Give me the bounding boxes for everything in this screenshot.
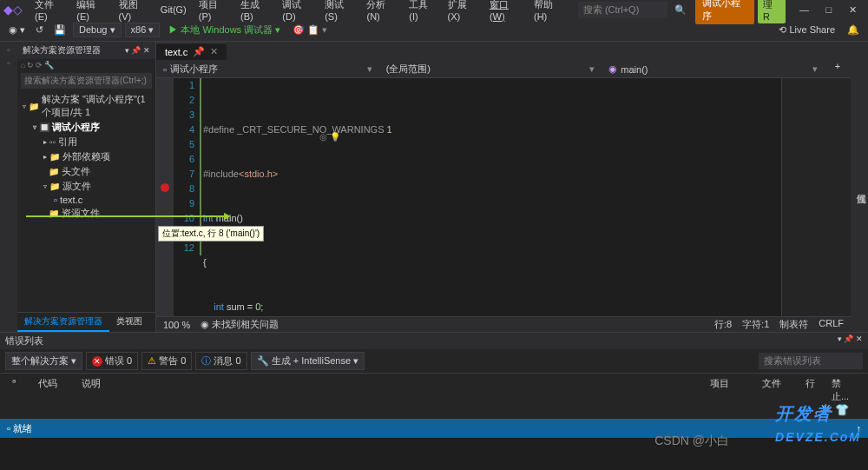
cursor-line: 行:8 <box>714 318 732 331</box>
menu-debug[interactable]: 调试(D) <box>277 0 318 23</box>
menu-git[interactable]: Git(G) <box>155 3 192 17</box>
tool-icon[interactable]: 🔧 <box>44 61 54 70</box>
breakpoint-marker[interactable] <box>161 183 169 192</box>
explorer-toolbar: ⌂ ↻ ⟳ 🔧 <box>17 59 155 71</box>
watermark: 开发者DEVZE.CoM <box>775 402 861 446</box>
issues-status: ◉ 未找到相关问题 <box>201 318 279 331</box>
notifs-icon[interactable]: 🔔 <box>844 23 863 37</box>
solution-explorer: 解决方案资源管理器 ▾ 📌 ✕ ⌂ ↻ ⟳ 🔧 搜索解决方案资源管理器(Ctrl… <box>17 42 156 332</box>
error-list-title: 错误列表 <box>5 334 43 348</box>
tab-solution-explorer[interactable]: 解决方案资源管理器 <box>17 313 109 332</box>
csdn-watermark: CSDN @小白 <box>654 434 729 449</box>
sync-icon[interactable]: ↻ <box>27 61 34 70</box>
code-hint-icons: ◎ 💡 <box>319 132 340 142</box>
nav-context[interactable]: (全局范围)▾ <box>379 61 602 77</box>
line-ending[interactable]: CRLF <box>819 318 844 331</box>
status-ready: ▫ 就绪 <box>7 422 32 435</box>
error-list-panel: 错误列表 ▾ 📌 ✕ 整个解决方案 ▾ ✕错误 0 ⚠警告 0 ⓘ消息 0 🔧 … <box>0 332 868 419</box>
references-node[interactable]: ▸▫▫ 引用 <box>21 135 152 149</box>
search-icon[interactable]: 🔍 <box>674 4 687 16</box>
main-area: ▫ ▫ 解决方案资源管理器 ▾ 📌 ✕ ⌂ ↻ ⟳ 🔧 搜索解决方案资源管理器(… <box>0 42 868 332</box>
explorer-search[interactable]: 搜索解决方案资源管理器(Ctrl+;) <box>21 73 152 89</box>
code-editor: 123456789101112 #define _CRT_SECURE_NO_W… <box>156 78 851 316</box>
menu-build[interactable]: 生成(B) <box>235 0 275 23</box>
start-debug-button[interactable]: ▶ 本地 Windows 调试器 ▾ <box>163 22 286 38</box>
right-panel-props[interactable]: 属性 <box>851 42 868 332</box>
source-node[interactable]: ▿📁 源文件 <box>21 179 152 194</box>
home-icon[interactable]: ⌂ <box>21 61 25 70</box>
menu-extensions[interactable]: 扩展(X) <box>443 0 483 23</box>
minimap[interactable] <box>781 78 851 316</box>
debug-target-icon[interactable]: 🎯 📋 ▾ <box>289 23 331 37</box>
solution-tree: ▿📁 解决方案 "调试小程序"(1 个项目/共 1 ▿🔲 调试小程序 ▸▫▫ 引… <box>17 90 155 312</box>
menu-test[interactable]: 测试(S) <box>319 0 359 23</box>
explorer-title: 解决方案资源管理器 <box>23 44 101 56</box>
close-tab-icon[interactable]: ✕ <box>210 46 218 57</box>
breakpoint-gutter[interactable] <box>156 78 174 316</box>
maximize-icon[interactable]: □ <box>818 4 840 15</box>
nav-scope[interactable]: ▫调试小程序▾ <box>156 61 379 77</box>
nav-function[interactable]: ◉main()▾ <box>602 61 825 77</box>
headers-node[interactable]: 📁 头文件 <box>21 164 152 179</box>
vs-logo: ◆◇ <box>3 3 23 17</box>
warnings-filter[interactable]: ⚠警告 0 <box>141 352 192 370</box>
platform-dropdown[interactable]: x86 ▾ <box>125 23 161 37</box>
error-search[interactable]: 搜索错误列表 <box>759 353 863 369</box>
indent-mode[interactable]: 制表符 <box>779 318 808 331</box>
menu-view[interactable]: 视图(V) <box>114 0 154 23</box>
panel-controls[interactable]: ▾ 📌 ✕ <box>838 334 863 348</box>
build-intellisense-dropdown[interactable]: 🔧 生成 + IntelliSense ▾ <box>251 352 365 370</box>
close-icon[interactable]: ✕ <box>842 4 865 16</box>
pin-icon[interactable]: ▾ 📌 ✕ <box>125 46 150 55</box>
history-icon[interactable]: ↺ <box>32 23 47 37</box>
liveshare-button[interactable]: ⟲ Live Share <box>773 23 840 37</box>
user-avatar[interactable]: 理 R <box>758 0 786 23</box>
error-scope-dropdown[interactable]: 整个解决方案 ▾ <box>5 352 82 370</box>
minimize-icon[interactable]: — <box>792 4 815 15</box>
tab-text-c[interactable]: text.c 📌 ✕ <box>156 43 227 60</box>
global-search[interactable]: 搜索 (Ctrl+Q) <box>578 2 668 18</box>
error-columns: ᵃ 代码 说明 项目 文件 行 禁止... <box>0 374 868 407</box>
pin-icon[interactable]: 📌 <box>193 46 205 57</box>
sidebar-icons: ▫ ▫ <box>0 42 17 332</box>
navigation-bar: ▫调试小程序▾ (全局范围)▾ ◉main()▾ + <box>156 61 851 78</box>
menubar: ◆◇ 文件(E) 编辑(E) 视图(V) Git(G) 项目(P) 生成(B) … <box>0 0 868 19</box>
document-tabs: text.c 📌 ✕ <box>156 42 851 61</box>
menu-analyze[interactable]: 分析(N) <box>361 0 402 23</box>
menu-file[interactable]: 文件(E) <box>30 0 69 23</box>
line-numbers: 123456789101112 <box>174 78 200 316</box>
config-dropdown[interactable]: Debug ▾ <box>73 23 121 37</box>
server-icon[interactable]: ▫ <box>7 45 10 55</box>
menu-project[interactable]: 项目(P) <box>194 0 233 23</box>
cursor-char: 字符:1 <box>742 318 769 331</box>
statusbar: ▫ 就绪 ↑ <box>0 419 868 438</box>
back-icon[interactable]: ◉ ▾ <box>5 23 29 37</box>
annotation-arrow <box>26 215 226 217</box>
menu-tools[interactable]: 工具(I) <box>404 0 440 23</box>
refresh-icon[interactable]: ⟳ <box>36 61 43 70</box>
resource-node[interactable]: 📁 资源文件 <box>21 206 152 221</box>
menu-help[interactable]: 帮助(H) <box>529 0 569 23</box>
code-content[interactable]: #define _CRT_SECURE_NO_WARNINGS 1 #inclu… <box>200 78 781 316</box>
solution-name-badge: 调试小程序 <box>695 0 753 24</box>
error-toolbar: 整个解决方案 ▾ ✕错误 0 ⚠警告 0 ⓘ消息 0 🔧 生成 + Intell… <box>0 349 868 374</box>
file-text-c[interactable]: ▫ text.c <box>21 194 152 206</box>
project-node[interactable]: ▿🔲 调试小程序 <box>21 120 152 135</box>
messages-filter[interactable]: ⓘ消息 0 <box>195 352 247 370</box>
breakpoint-tooltip: 位置:text.c, 行 8 ('main()') <box>158 226 264 242</box>
solution-node[interactable]: ▿📁 解决方案 "调试小程序"(1 个项目/共 1 <box>21 92 152 120</box>
external-deps-node[interactable]: ▸📁 外部依赖项 <box>21 149 152 164</box>
editor-area: text.c 📌 ✕ ▫调试小程序▾ (全局范围)▾ ◉main()▾ + 12… <box>156 42 851 332</box>
menu-window[interactable]: 窗口(W) <box>484 0 527 23</box>
toolbox-icon[interactable]: ▫ <box>7 58 10 68</box>
errors-filter[interactable]: ✕错误 0 <box>86 352 138 370</box>
zoom-level[interactable]: 100 % <box>163 320 190 330</box>
nav-add-icon[interactable]: + <box>825 61 851 77</box>
menu-edit[interactable]: 编辑(E) <box>71 0 111 23</box>
save-icon[interactable]: 💾 <box>50 23 69 37</box>
editor-status-bar: 100 % ◉ 未找到相关问题 行:8 字符:1 制表符 CRLF <box>156 316 851 332</box>
tab-class-view[interactable]: 类视图 <box>109 313 149 332</box>
